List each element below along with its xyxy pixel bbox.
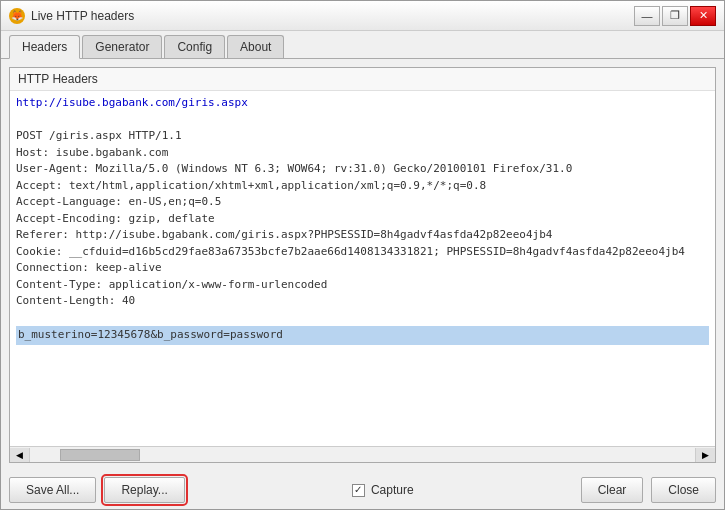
http-line: Content-Length: 40	[16, 293, 709, 310]
capture-label: Capture	[371, 483, 414, 497]
title-bar-controls: — ❐ ✕	[634, 6, 716, 26]
capture-area: Capture	[352, 483, 414, 497]
http-line	[16, 310, 709, 327]
replay-button[interactable]: Replay...	[104, 477, 184, 503]
content-area: HTTP Headers http://isube.bgabank.com/gi…	[1, 59, 724, 471]
horizontal-scrollbar[interactable]: ◀ ▶	[10, 446, 715, 462]
http-line: Referer: http://isube.bgabank.com/giris.…	[16, 227, 709, 244]
window-title: Live HTTP headers	[31, 9, 134, 23]
scroll-h-thumb[interactable]	[60, 449, 140, 461]
bottom-bar: Save All... Replay... Capture Clear Clos…	[1, 471, 724, 509]
main-window: 🦊 Live HTTP headers — ❐ ✕ Headers Genera…	[0, 0, 725, 510]
http-panel: HTTP Headers http://isube.bgabank.com/gi…	[9, 67, 716, 463]
http-line: Host: isube.bgabank.com	[16, 145, 709, 162]
app-icon: 🦊	[9, 8, 25, 24]
http-line: Accept-Encoding: gzip, deflate	[16, 211, 709, 228]
tab-headers[interactable]: Headers	[9, 35, 80, 59]
http-content-area[interactable]: http://isube.bgabank.com/giris.aspx POST…	[10, 91, 715, 446]
http-line: Accept-Language: en-US,en;q=0.5	[16, 194, 709, 211]
scroll-right-arrow[interactable]: ▶	[695, 448, 715, 462]
tab-generator[interactable]: Generator	[82, 35, 162, 58]
http-line: Content-Type: application/x-www-form-url…	[16, 277, 709, 294]
clear-button[interactable]: Clear	[581, 477, 644, 503]
tab-bar: Headers Generator Config About	[1, 31, 724, 59]
tab-about[interactable]: About	[227, 35, 284, 58]
title-bar: 🦊 Live HTTP headers — ❐ ✕	[1, 1, 724, 31]
http-line: User-Agent: Mozilla/5.0 (Windows NT 6.3;…	[16, 161, 709, 178]
close-window-button[interactable]: ✕	[690, 6, 716, 26]
close-button[interactable]: Close	[651, 477, 716, 503]
restore-button[interactable]: ❐	[662, 6, 688, 26]
title-bar-left: 🦊 Live HTTP headers	[9, 8, 134, 24]
http-line	[16, 112, 709, 129]
save-all-button[interactable]: Save All...	[9, 477, 96, 503]
scroll-left-arrow[interactable]: ◀	[10, 448, 30, 462]
tab-config[interactable]: Config	[164, 35, 225, 58]
http-line: b_musterino=12345678&b_password=password	[16, 326, 709, 345]
capture-checkbox[interactable]	[352, 484, 365, 497]
http-line: Connection: keep-alive	[16, 260, 709, 277]
minimize-button[interactable]: —	[634, 6, 660, 26]
http-line: Accept: text/html,application/xhtml+xml,…	[16, 178, 709, 195]
panel-title: HTTP Headers	[10, 68, 715, 91]
http-line: POST /giris.aspx HTTP/1.1	[16, 128, 709, 145]
http-line: Cookie: __cfduid=d16b5cd29fae83a67353bcf…	[16, 244, 709, 261]
http-line: http://isube.bgabank.com/giris.aspx	[16, 95, 709, 112]
